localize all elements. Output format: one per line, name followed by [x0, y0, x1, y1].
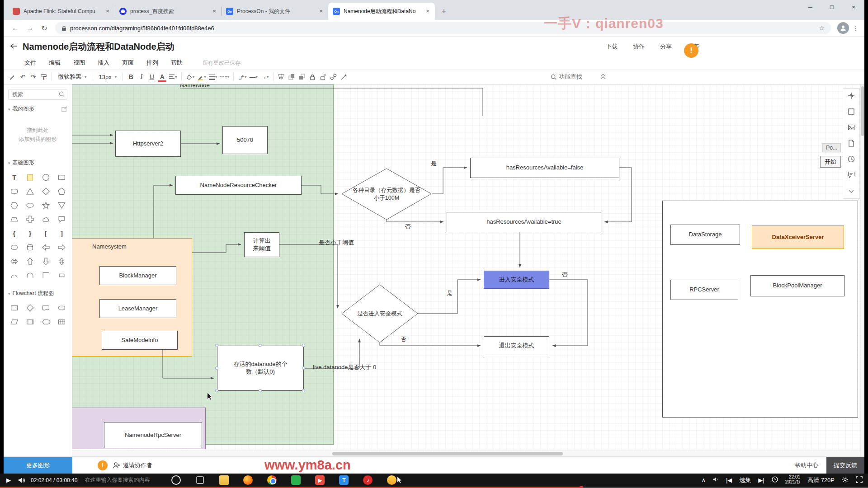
shape-corner[interactable] [38, 268, 54, 282]
node-lease-manager[interactable]: LeaseManager [99, 299, 176, 318]
italic-button[interactable]: I [136, 71, 146, 83]
volume-icon[interactable] [18, 477, 25, 483]
label-yes[interactable]: 是 [447, 289, 453, 297]
cortana-icon[interactable] [171, 475, 181, 485]
chrome-icon[interactable] [267, 475, 277, 485]
app-icon-green[interactable] [291, 475, 301, 485]
selection-handle[interactable] [215, 344, 218, 347]
menu-view[interactable]: 视图 [73, 59, 85, 67]
back-to-files-icon[interactable] [10, 43, 18, 50]
arrow-type-button[interactable]: →▾ [259, 71, 270, 83]
shape-bracket-r[interactable]: ] [54, 226, 70, 240]
menu-help[interactable]: 帮助 [171, 59, 183, 67]
shape-cloud[interactable] [38, 212, 54, 226]
underline-button[interactable]: U [146, 71, 157, 83]
shape-brace-l[interactable]: { [6, 226, 22, 240]
send-backward-icon[interactable] [297, 71, 307, 83]
shape-predefined[interactable] [22, 315, 38, 329]
bring-forward-icon[interactable] [287, 71, 297, 83]
close-window-button[interactable]: × [843, 0, 864, 14]
shape-star[interactable] [38, 198, 54, 212]
node-rpc-server[interactable]: RPCServer [670, 280, 738, 300]
fullscreen-icon[interactable] [856, 476, 863, 484]
selection-handle[interactable] [302, 366, 305, 370]
shape-rect[interactable] [54, 170, 70, 184]
shape-terminator[interactable] [54, 301, 70, 315]
shape-small-rect[interactable] [54, 268, 70, 282]
line-dash-button[interactable]: ▾ [218, 71, 231, 83]
shape-text[interactable]: T [6, 170, 22, 184]
menu-insert[interactable]: 插入 [98, 59, 109, 67]
line-type-button[interactable]: —▾ [248, 71, 259, 83]
shape-search[interactable] [8, 89, 67, 100]
feedback-button[interactable]: 提交反馈 [826, 457, 864, 474]
progress-handle[interactable] [580, 486, 583, 488]
node-block-pool-manager[interactable]: BlockPoolManager [750, 275, 844, 296]
shape-diamond[interactable] [38, 184, 54, 198]
shape-arc2[interactable] [22, 268, 38, 282]
unlock-icon[interactable] [318, 71, 328, 83]
maximize-button[interactable]: □ [821, 0, 843, 14]
recorder-start-button[interactable]: 开始 [820, 156, 841, 168]
tab-flink[interactable]: Apache Flink: Stateful Compu × [8, 3, 115, 20]
undo-icon[interactable]: ↶ [18, 71, 28, 83]
node-namenode-rpc-server[interactable]: NamenodeRpcServer [104, 422, 202, 448]
firefox-icon[interactable] [243, 475, 253, 485]
shape-table[interactable] [54, 315, 70, 329]
tray-volume-icon[interactable] [713, 477, 719, 483]
download-button[interactable]: 下载 [606, 42, 618, 51]
url-bar[interactable]: processon.com/diagraming/5f86b04fe401fd0… [55, 22, 831, 34]
bookmark-star-icon[interactable]: ☆ [819, 24, 825, 32]
lock-icon[interactable] [307, 71, 318, 83]
horizontal-scrollbar-thumb[interactable] [332, 452, 563, 455]
close-icon[interactable]: × [424, 8, 431, 15]
file-explorer-icon[interactable] [219, 475, 229, 485]
shape-display[interactable] [38, 315, 54, 329]
more-shapes-button[interactable]: 更多图形 [4, 457, 72, 474]
shape-circle[interactable] [38, 170, 54, 184]
font-size-select[interactable]: 13px▾ [96, 74, 120, 80]
shape-trapezoid[interactable] [6, 212, 22, 226]
user-avatar[interactable]: ! [684, 43, 698, 58]
shape-callout[interactable] [54, 212, 70, 226]
video-app-icon[interactable]: ▶ [315, 475, 325, 485]
next-episode-icon[interactable]: ▶| [758, 477, 764, 483]
selection-handle[interactable] [259, 389, 262, 392]
chevron-down-icon[interactable] [849, 187, 854, 195]
shape-arrow-right[interactable] [54, 240, 70, 254]
shape-data[interactable] [6, 315, 22, 329]
node-data-storage[interactable]: DataStorage [670, 225, 740, 245]
node-port-50070[interactable]: 50070 [222, 126, 268, 154]
potplayer-icon[interactable] [387, 475, 396, 485]
reload-icon[interactable]: ↻ [38, 22, 51, 34]
forward-icon[interactable]: → [24, 22, 36, 34]
label-no[interactable]: 否 [562, 271, 568, 279]
export-image-icon[interactable] [848, 124, 855, 133]
section-flowchart[interactable]: ▾ Flowchart 流程图 [4, 284, 72, 299]
label-live-datanode-question[interactable]: live datanode是否大于 0 [313, 363, 376, 371]
section-basic-shapes[interactable]: ▾ 基础图形 [4, 154, 72, 169]
selection-handle[interactable] [259, 344, 262, 347]
edit-my-shapes-icon[interactable] [61, 106, 67, 112]
shape-ellipse[interactable] [22, 198, 38, 212]
shape-arrow-ud[interactable] [54, 254, 70, 268]
text-align-button[interactable]: ▾ [167, 71, 179, 83]
label-no[interactable]: 否 [401, 335, 406, 343]
line-color-button[interactable]: ▾ [196, 71, 208, 83]
previous-episode-icon[interactable]: |◀ [726, 477, 732, 483]
settings-gear-icon[interactable] [842, 476, 849, 484]
collapse-toolbar-icon[interactable] [600, 74, 606, 80]
vertical-scrollbar[interactable] [860, 84, 864, 456]
shape-document[interactable] [38, 301, 54, 315]
feature-search[interactable]: 功能查找 [551, 73, 582, 81]
label-threshold-question[interactable]: 是否小于阈值 [319, 239, 354, 247]
menu-page[interactable]: 页面 [122, 59, 134, 67]
shape-decision[interactable] [22, 301, 38, 315]
menu-file[interactable]: 文件 [24, 59, 36, 67]
node-resource-checker[interactable]: NameNodeResourceChecker [175, 176, 302, 195]
shape-bracket-l[interactable]: [ [38, 226, 54, 240]
style-brush-icon[interactable] [7, 71, 18, 83]
label-no[interactable]: 否 [405, 223, 411, 231]
browser-avatar[interactable] [837, 22, 849, 34]
magic-wand-icon[interactable] [339, 71, 349, 83]
